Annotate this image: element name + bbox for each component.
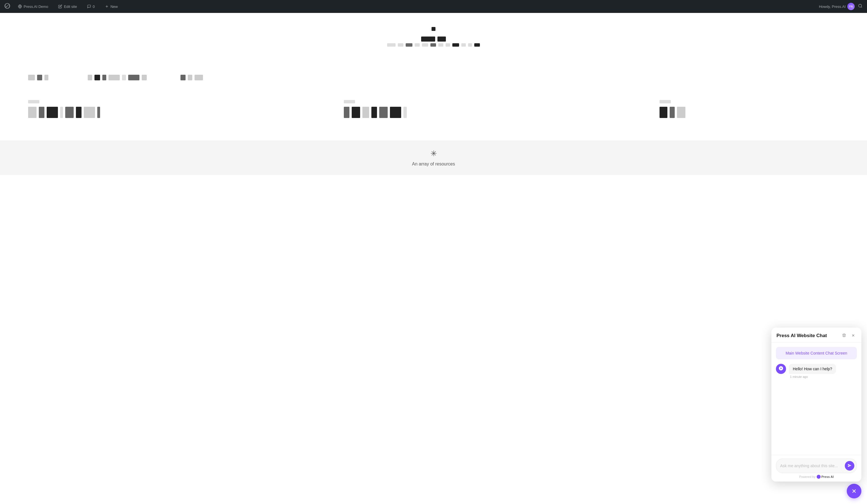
chat-panel: Press AI Website Chat Main Website Conte… — [771, 328, 861, 482]
col2-img5 — [379, 107, 388, 118]
chat-header-actions — [841, 333, 856, 339]
chat-header: Press AI Website Chat — [771, 328, 861, 342]
nav-item-6 — [430, 43, 436, 47]
nav-item-2 — [398, 43, 404, 47]
nav-block-2 — [437, 36, 446, 42]
chat-toggle-button[interactable] — [847, 484, 861, 498]
comments-link[interactable]: 0 — [85, 3, 97, 10]
admin-bar-right: Howdy, Press.AI PA — [819, 3, 863, 10]
col3-img1 — [660, 107, 667, 118]
col1-img6 — [76, 107, 82, 118]
nav-item-5 — [422, 43, 428, 47]
content-block-12 — [188, 75, 192, 80]
content-block-7 — [108, 75, 120, 80]
new-link[interactable]: New — [103, 3, 120, 10]
content-block-1 — [28, 75, 35, 80]
chat-delete-button[interactable] — [841, 333, 847, 339]
col1-img1 — [28, 107, 36, 118]
col1-item1 — [28, 100, 39, 103]
nav-item-10 — [461, 43, 466, 47]
edit-site-link[interactable]: Edit site — [56, 3, 79, 10]
chat-footer: Powered by Press AI — [771, 455, 861, 482]
chat-close-button[interactable] — [850, 333, 856, 339]
col2-img2 — [352, 107, 360, 118]
press-ai-logo-icon — [817, 475, 821, 479]
col1-img3 — [47, 107, 58, 118]
bot-message-row: Hello! How can I help? 1 minute ago — [776, 364, 857, 379]
content-block-11 — [181, 75, 185, 80]
nav-item-4 — [415, 43, 420, 47]
context-button[interactable]: Main Website Content Chat Screen — [776, 347, 857, 359]
content-block-5 — [95, 75, 100, 80]
asterisk-icon: ✳ — [430, 149, 437, 158]
bot-bubble-wrap: Hello! How can I help? 1 minute ago — [789, 364, 836, 379]
chat-input[interactable] — [780, 463, 843, 468]
nav-block-1 — [421, 36, 435, 42]
footer-area: ✳ An array of resources — [0, 141, 867, 175]
chat-title: Press AI Website Chat — [777, 333, 827, 339]
content-block-13 — [194, 75, 203, 80]
col1-img5 — [65, 107, 74, 118]
svg-point-4 — [858, 4, 861, 7]
bot-avatar — [776, 364, 786, 374]
content-block-3 — [44, 75, 49, 80]
col3-img3 — [677, 107, 685, 118]
chat-body: Main Website Content Chat Screen Hello! … — [771, 342, 861, 455]
bot-timestamp: 1 minute ago — [789, 375, 836, 379]
chat-messages: Hello! How can I help? 1 minute ago — [776, 364, 857, 450]
col2-img1 — [344, 107, 350, 118]
col1-img4 — [60, 107, 63, 118]
site-name-link[interactable]: Press.AI Demo — [16, 3, 50, 10]
col2-img4 — [371, 107, 377, 118]
user-avatar: PA — [847, 3, 855, 10]
main-content: ✳ An array of resources — [0, 13, 867, 504]
nav-item-3 — [406, 43, 413, 47]
logo-pixel — [431, 27, 436, 31]
content-block-10 — [142, 75, 147, 80]
chat-input-row — [776, 459, 857, 473]
col1-img7 — [84, 107, 95, 118]
footer-text: An array of resources — [412, 162, 455, 167]
bot-bubble: Hello! How can I help? — [789, 364, 836, 374]
col2-img6 — [390, 107, 401, 118]
content-block-9 — [128, 75, 139, 80]
nav-item-7 — [438, 43, 443, 47]
col2-item1 — [344, 100, 355, 103]
nav-item-12 — [474, 43, 480, 47]
search-icon[interactable] — [858, 4, 863, 9]
admin-bar: Press.AI Demo Edit site 0 New Howdy, Pre… — [0, 0, 867, 13]
press-ai-logo: Press AI — [817, 475, 834, 479]
col3-item1 — [660, 100, 671, 103]
chat-send-button[interactable] — [845, 461, 854, 471]
nav-item-9 — [452, 43, 459, 47]
send-icon — [848, 463, 852, 468]
nav-item-11 — [468, 43, 472, 47]
content-block-8 — [122, 75, 126, 80]
col1-img2 — [39, 107, 44, 118]
bot-avatar-icon — [779, 366, 783, 372]
col2-img7 — [404, 107, 407, 118]
content-block-4 — [88, 75, 92, 80]
powered-by: Powered by Press AI — [776, 473, 857, 479]
col3-img2 — [670, 107, 675, 118]
content-block-2 — [37, 75, 42, 80]
col1-img8 — [97, 107, 100, 118]
content-block-6 — [102, 75, 106, 80]
col2-img3 — [362, 107, 369, 118]
howdy-label[interactable]: Howdy, Press.AI PA — [819, 3, 855, 10]
nav-item-1 — [387, 43, 396, 47]
nav-item-8 — [446, 43, 450, 47]
wp-logo-icon[interactable] — [4, 3, 10, 10]
